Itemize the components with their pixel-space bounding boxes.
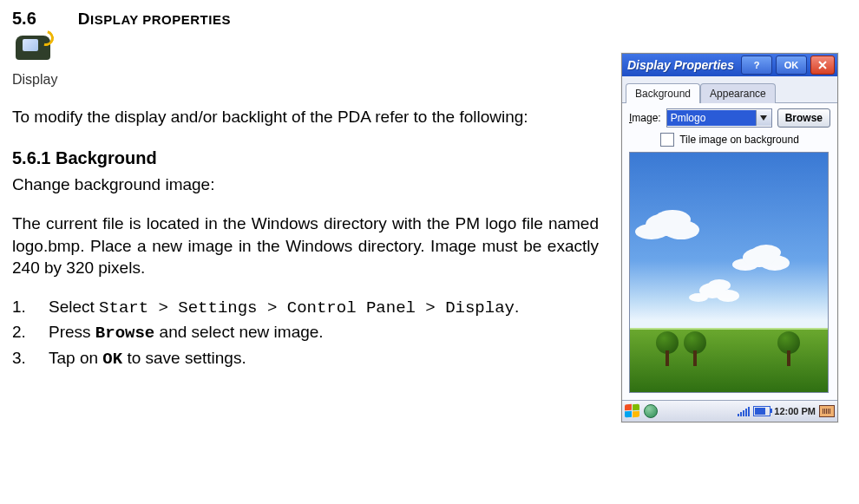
lead-line: Change background image: (12, 173, 599, 196)
close-icon (818, 61, 827, 69)
browse-button[interactable]: Browse (777, 108, 830, 128)
screenshot-column: Display Properties ? OK Background Appea… (621, 34, 847, 422)
titlebar: Display Properties ? OK (622, 54, 837, 76)
background-preview (629, 152, 829, 393)
connection-icon[interactable] (644, 404, 658, 418)
image-label: Image: (629, 111, 661, 125)
browse-ref: Browse (95, 324, 154, 343)
tile-label: Tile image on background (679, 133, 799, 147)
tree-icon (656, 331, 679, 366)
keyboard-icon[interactable] (819, 405, 835, 417)
step-1: 1.Select Start > Settings > Control Pane… (12, 296, 599, 320)
combobox-dropdown-button[interactable] (756, 110, 771, 126)
chevron-down-icon (760, 115, 767, 121)
tile-row: Tile image on background (629, 133, 830, 147)
help-button[interactable]: ? (741, 56, 772, 75)
step-3: 3.Tap on OK to save settings. (12, 347, 599, 371)
body-text-column: Display To modify the display and/or bac… (12, 34, 599, 422)
taskbar-clock[interactable]: 12:00 PM (774, 405, 816, 418)
step-2: 2.Press Browse and select new image. (12, 321, 599, 345)
window-title: Display Properties (627, 57, 738, 74)
cloud-icon (646, 213, 685, 236)
section-number: 5.6 (12, 7, 36, 30)
menu-path: Start > Settings > Control Panel > Displ… (99, 298, 515, 317)
ok-button[interactable]: OK (776, 56, 807, 75)
ok-ref: OK (102, 350, 122, 369)
image-combobox-value: Pmlogo (667, 110, 756, 126)
tree-icon (777, 331, 800, 366)
tab-background[interactable]: Background (626, 83, 700, 103)
battery-icon[interactable] (753, 406, 770, 416)
image-combobox[interactable]: Pmlogo (666, 108, 772, 128)
tile-checkbox[interactable] (660, 133, 674, 147)
taskbar: 12:00 PM (622, 400, 837, 422)
windows-flag-icon (625, 404, 632, 411)
tab-appearance[interactable]: Appearance (700, 83, 776, 103)
close-button[interactable] (810, 56, 835, 75)
intro-paragraph: To modify the display and/or backlight o… (12, 106, 599, 128)
signal-icon[interactable] (738, 406, 750, 416)
pda-window: Display Properties ? OK Background Appea… (621, 53, 838, 422)
subsection-heading: 5.6.1 Background (12, 147, 599, 170)
section-heading: 5.6 DISPLAY PROPERTIES (12, 7, 847, 30)
start-button[interactable] (625, 404, 640, 418)
instruction-paragraph: The current file is located in the Windo… (12, 213, 599, 279)
section-title: DISPLAY PROPERTIES (78, 8, 231, 30)
image-row: Image: Pmlogo Browse (629, 108, 830, 128)
display-icon-caption: Display (12, 70, 599, 89)
tree-icon (684, 331, 706, 366)
tab-bar: Background Appearance (622, 76, 837, 103)
background-panel: Image: Pmlogo Browse Tile image on backg… (622, 103, 837, 400)
